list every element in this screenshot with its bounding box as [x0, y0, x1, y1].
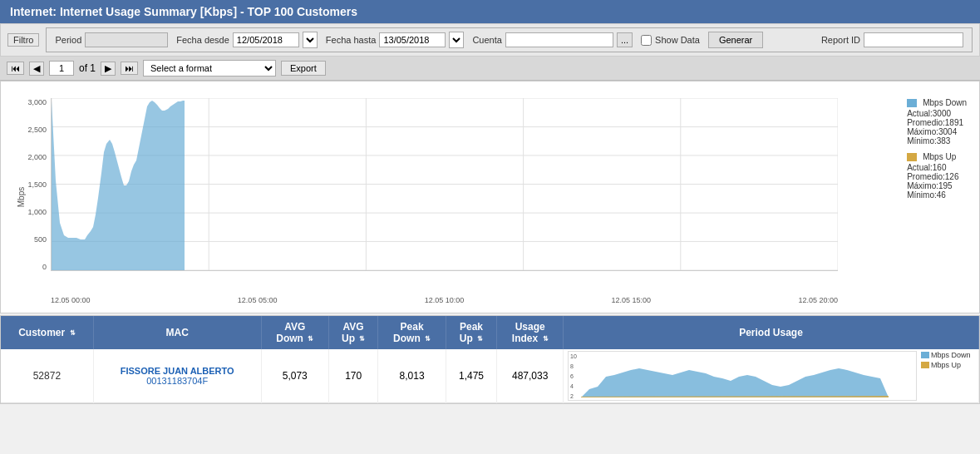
- svg-text:4: 4: [570, 383, 574, 389]
- mini-down-color: [921, 352, 929, 358]
- chart-section: Mbps 3,000 2,500 2,000 1,500 1,000 500 0: [0, 81, 980, 313]
- show-data-group: Show Data: [641, 35, 700, 46]
- report-id-input[interactable]: [864, 32, 963, 47]
- cuenta-browse-btn[interactable]: ...: [617, 32, 633, 47]
- fecha-hasta-input[interactable]: [379, 32, 446, 47]
- show-data-label: Show Data: [655, 35, 700, 45]
- mini-up-color: [921, 362, 929, 368]
- mbps-down-area: [52, 101, 185, 270]
- mbps-down-promedio: Promedio:1891: [907, 118, 967, 127]
- cell-avg-down: 5,073: [261, 349, 328, 403]
- nav-next-button[interactable]: ▶: [101, 62, 116, 76]
- page-title: Internet: Internet Usage Summary [Kbps] …: [0, 0, 980, 23]
- mini-chart: 10 8 6 4 2 05.12: [568, 351, 917, 401]
- period-input[interactable]: [85, 32, 168, 47]
- mbps-down-color: [907, 99, 917, 107]
- legend-mbps-up: Mbps Up Actual:160 Promedio:126 Máximo:1…: [907, 152, 967, 200]
- generar-button[interactable]: Generar: [708, 32, 763, 48]
- cuenta-label: Cuenta: [472, 35, 501, 45]
- fecha-hasta-label: Fecha hasta: [326, 35, 377, 45]
- col-period-usage: Period Usage: [564, 316, 979, 349]
- sort-avg-down: ⇅: [308, 335, 313, 343]
- chart-svg: [52, 98, 838, 270]
- filter-section: Period Fecha desde Fecha hasta Cuenta ..…: [46, 27, 973, 52]
- svg-text:10: 10: [570, 353, 577, 359]
- svg-text:2: 2: [570, 393, 574, 399]
- svg-text:8: 8: [570, 363, 574, 369]
- sort-avg-up: ⇅: [359, 335, 365, 343]
- chart-container: Mbps 3,000 2,500 2,000 1,500 1,000 500 0: [9, 90, 971, 304]
- chart-area: [51, 98, 838, 271]
- export-button[interactable]: Export: [281, 61, 326, 76]
- y-axis-labels: 3,000 2,500 2,000 1,500 1,000 500 0: [13, 98, 47, 271]
- mbps-up-label: Mbps Up: [923, 152, 956, 161]
- page-input[interactable]: [49, 61, 74, 76]
- show-data-checkbox[interactable]: [641, 35, 652, 46]
- mbps-down-label: Mbps Down: [923, 98, 967, 107]
- sort-customer: ⇅: [70, 329, 76, 337]
- data-table: Customer ⇅ MAC AVGDown ⇅ AVGUp ⇅ PeakDow…: [1, 316, 979, 403]
- legend-mbps-down: Mbps Down Actual:3000 Promedio:1891 Máxi…: [907, 98, 967, 146]
- nav-prev-button[interactable]: ◀: [29, 62, 44, 76]
- cell-peak-down: 8,013: [378, 349, 446, 403]
- cell-mac: FISSORE JUAN ALBERTO 00131183704F: [93, 349, 261, 403]
- format-select[interactable]: Select a format PDF CSV Excel Word: [143, 60, 276, 76]
- nav-last-button[interactable]: ⏭: [121, 62, 138, 75]
- cuenta-input[interactable]: [505, 32, 613, 47]
- nav-first-button[interactable]: ⏮: [7, 62, 24, 75]
- fecha-hasta-select[interactable]: [449, 32, 464, 48]
- table-row: 52872 FISSORE JUAN ALBERTO 00131183704F …: [1, 349, 979, 403]
- cell-peak-up: 1,475: [446, 349, 497, 403]
- title-text: Internet: Internet Usage Summary [Kbps] …: [10, 5, 357, 18]
- fecha-desde-input[interactable]: [233, 32, 299, 47]
- cell-usage-index: 487,033: [497, 349, 564, 403]
- table-header: Customer ⇅ MAC AVGDown ⇅ AVGUp ⇅ PeakDow…: [1, 316, 979, 349]
- mbps-down-minimo: Mínimo:383: [907, 136, 967, 146]
- mini-up-label: Mbps Up: [931, 361, 961, 369]
- table-section: Customer ⇅ MAC AVGDown ⇅ AVGUp ⇅ PeakDow…: [0, 315, 980, 404]
- sort-peak-up: ⇅: [477, 335, 483, 343]
- mbps-down-maximo: Máximo:3004: [907, 127, 967, 136]
- col-peak-down[interactable]: PeakDown ⇅: [378, 316, 446, 349]
- fecha-desde-group: Fecha desde: [176, 32, 318, 48]
- mbps-up-minimo: Mínimo:46: [907, 190, 967, 200]
- col-usage-index[interactable]: UsageIndex ⇅: [497, 316, 564, 349]
- page-total: of 1: [79, 62, 96, 74]
- period-label: Period: [55, 35, 81, 45]
- mini-down-area: [581, 368, 889, 397]
- col-mac: MAC: [93, 316, 261, 349]
- col-peak-up[interactable]: PeakUp ⇅: [446, 316, 497, 349]
- filter-bar: Filtro Period Fecha desde Fecha hasta Cu…: [0, 23, 980, 57]
- fecha-desde-select[interactable]: [303, 32, 318, 48]
- mbps-up-actual: Actual:160: [907, 163, 967, 172]
- fecha-hasta-group: Fecha hasta: [326, 32, 465, 48]
- cell-customer-id: 52872: [1, 349, 93, 403]
- toolbar: ⏮ ◀ of 1 ▶ ⏭ Select a format PDF CSV Exc…: [0, 57, 980, 81]
- cell-avg-up: 170: [328, 349, 377, 403]
- mini-chart-svg: 10 8 6 4 2 05.12: [569, 352, 916, 400]
- mini-legend: Mbps Down Mbps Up: [921, 351, 971, 371]
- mbps-up-promedio: Promedio:126: [907, 172, 967, 181]
- period-group: Period: [55, 32, 168, 47]
- col-avg-down[interactable]: AVGDown ⇅: [261, 316, 328, 349]
- report-id-section: Report ID: [821, 32, 963, 47]
- col-avg-up[interactable]: AVGUp ⇅: [328, 316, 377, 349]
- chart-legend: Mbps Down Actual:3000 Promedio:1891 Máxi…: [907, 98, 967, 200]
- mini-chart-container: 10 8 6 4 2 05.12: [568, 351, 974, 401]
- cuenta-group: Cuenta ...: [472, 32, 633, 47]
- col-customer[interactable]: Customer ⇅: [1, 316, 93, 349]
- mbps-down-actual: Actual:3000: [907, 109, 967, 118]
- cell-period-usage: 10 8 6 4 2 05.12: [564, 349, 979, 403]
- mini-down-label: Mbps Down: [931, 351, 971, 359]
- report-id-label: Report ID: [821, 35, 860, 45]
- mbps-up-color: [907, 153, 917, 161]
- sort-usage-index: ⇅: [543, 335, 549, 343]
- svg-text:6: 6: [570, 373, 574, 379]
- sort-peak-down: ⇅: [425, 335, 431, 343]
- table-body: 52872 FISSORE JUAN ALBERTO 00131183704F …: [1, 349, 979, 403]
- x-axis-labels: 12.05 00:00 12.05 05:00 12.05 10:00 12.0…: [51, 296, 838, 304]
- filter-label: Filtro: [7, 33, 39, 47]
- mbps-up-maximo: Máximo:195: [907, 181, 967, 190]
- fecha-desde-label: Fecha desde: [176, 35, 229, 45]
